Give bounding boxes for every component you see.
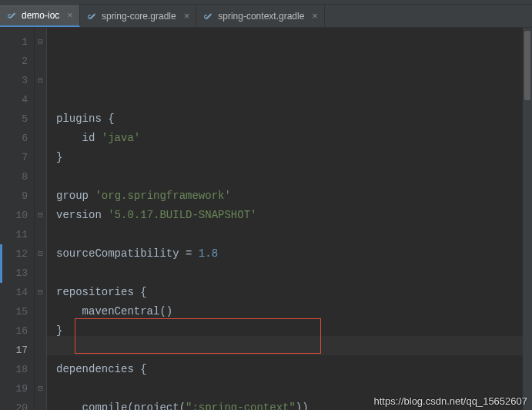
close-icon[interactable]: × [184, 10, 190, 22]
tab-demo-ioc[interactable]: demo-ioc × [0, 5, 80, 27]
gradle-icon [202, 11, 213, 22]
close-icon[interactable]: × [67, 9, 73, 21]
fold-column: ⊟⊟⊟⊟⊟⊟ [35, 28, 47, 410]
tab-spring-context[interactable]: spring-context.gradle × [196, 5, 325, 27]
line-gutter: 1234567891011121314151617181920 [0, 28, 35, 410]
gradle-icon [86, 11, 97, 22]
scrollbar-thumb[interactable] [524, 31, 530, 100]
tab-label: demo-ioc [22, 10, 59, 21]
code-area[interactable]: plugins { id 'java' } group 'org.springf… [47, 28, 532, 410]
tab-label: spring-context.gradle [218, 11, 304, 22]
change-marker [0, 244, 2, 283]
gradle-icon [6, 10, 17, 21]
tab-label: spring-core.gradle [102, 11, 176, 22]
tab-spring-core[interactable]: spring-core.gradle × [80, 5, 196, 27]
code-editor[interactable]: 1234567891011121314151617181920 ⊟⊟⊟⊟⊟⊟ p… [0, 28, 532, 410]
editor-tabs: demo-ioc × spring-core.gradle × spring-c… [0, 5, 532, 28]
close-icon[interactable]: × [312, 10, 318, 22]
